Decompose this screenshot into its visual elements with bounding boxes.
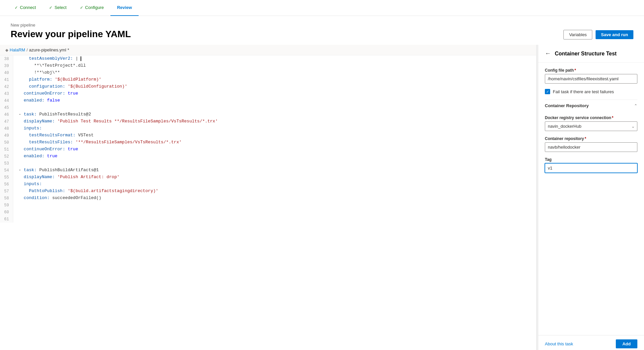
line-content: enabled: false	[13, 97, 536, 104]
tag-label: Tag	[545, 157, 637, 162]
code-line: 58 condition: succeededOrFailed()	[0, 195, 536, 202]
breadcrumb-modified: *	[68, 47, 69, 52]
config-file-path-group: Config file path*	[545, 68, 637, 84]
save-and-run-button[interactable]: Save and run	[596, 30, 633, 39]
back-button[interactable]: ←	[545, 50, 551, 57]
code-line: 57 PathtoPublish: '$(build.artifactstagi…	[0, 188, 536, 195]
container-repository-input[interactable]	[545, 142, 637, 152]
line-content: testAssemblyVer2: |	[13, 55, 536, 62]
line-content: testResultsFiles: '**/ResultsFileSamples…	[13, 139, 536, 146]
code-line: 54- task: PublishBuildArtifacts@1	[0, 167, 536, 174]
line-number: 39	[0, 62, 13, 69]
line-content: inputs:	[13, 125, 536, 132]
line-number: 53	[0, 160, 13, 167]
line-number: 41	[0, 76, 13, 83]
panel-footer: About this task Add	[538, 335, 644, 350]
line-number: 42	[0, 83, 13, 90]
line-content: !**\obj\**	[13, 69, 536, 76]
line-content: condition: succeededOrFailed()	[13, 195, 536, 202]
nav-step-review-label: Review	[117, 5, 132, 10]
breadcrumb-org[interactable]: HalaRM	[10, 47, 25, 52]
right-panel: ← Container Structure Test Config file p…	[538, 45, 644, 350]
check-icon: ✓	[15, 5, 18, 10]
line-content	[13, 160, 536, 167]
code-line: 38 testAssemblyVer2: |	[0, 55, 536, 62]
line-number: 54	[0, 167, 13, 174]
line-number: 43	[0, 90, 13, 97]
container-repository-group: Container repository*	[545, 136, 637, 152]
chevron-down-icon: ⌃	[634, 104, 637, 108]
code-line: 41 platform: '$(BuildPlatform)'	[0, 76, 536, 83]
code-line: 45	[0, 104, 536, 111]
line-number: 57	[0, 188, 13, 195]
line-number: 48	[0, 125, 13, 132]
line-number: 59	[0, 202, 13, 209]
code-line: 42 configuration: '$(BuildConfiguration)…	[0, 83, 536, 90]
docker-registry-select-wrapper: navin_dockerHub ⌄	[545, 121, 637, 131]
line-content: continueOnError: true	[13, 146, 536, 153]
code-editor[interactable]: 38 testAssemblyVer2: | 39 **\*TestProjec…	[0, 55, 536, 350]
line-content	[13, 209, 536, 216]
nav-step-select[interactable]: ✓ Select	[42, 0, 73, 16]
page-header-left: New pipeline Review your pipeline YAML	[11, 23, 131, 39]
variables-button[interactable]: Variables	[563, 30, 592, 39]
nav-step-review[interactable]: Review	[110, 0, 139, 16]
breadcrumb: ◆ HalaRM / azure-pipelines.yml *	[0, 45, 536, 55]
tag-group: Tag	[545, 157, 637, 173]
container-repository-section[interactable]: Container Repository ⌃	[545, 100, 637, 111]
page-header: New pipeline Review your pipeline YAML V…	[0, 16, 644, 45]
code-line: 61	[0, 216, 536, 223]
main-layout: ◆ HalaRM / azure-pipelines.yml * 38 test…	[0, 45, 644, 350]
diamond-icon: ◆	[5, 48, 8, 52]
line-number: 47	[0, 118, 13, 125]
code-line: 46- task: PublishTestResults@2	[0, 111, 536, 118]
line-content: PathtoPublish: '$(build.artifactstagingd…	[13, 188, 536, 195]
line-content	[13, 104, 536, 111]
code-line: 44 enabled: false	[0, 97, 536, 104]
code-line: 39 **\*TestProject*.dll	[0, 62, 536, 69]
line-number: 61	[0, 216, 13, 223]
about-task-link[interactable]: About this task	[545, 341, 573, 346]
line-content: inputs:	[13, 181, 536, 188]
nav-step-configure[interactable]: ✓ Configure	[73, 0, 110, 16]
code-line: 52 enabled: true	[0, 153, 536, 160]
add-button[interactable]: Add	[616, 339, 637, 348]
check-icon-configure: ✓	[80, 5, 83, 10]
panel-header: ← Container Structure Test	[538, 45, 644, 63]
code-line: 55 displayName: 'Publish Artifact: drop'	[0, 174, 536, 181]
container-repository-label: Container repository*	[545, 136, 637, 141]
line-number: 52	[0, 153, 13, 160]
docker-registry-select[interactable]: navin_dockerHub	[545, 121, 637, 131]
code-line: 51 continueOnError: true	[0, 146, 536, 153]
page-title: Review your pipeline YAML	[11, 29, 131, 39]
tag-input[interactable]	[545, 163, 637, 173]
line-number: 46	[0, 111, 13, 118]
line-content	[13, 202, 536, 209]
line-content: enabled: true	[13, 153, 536, 160]
code-line: 43 continueOnError: true	[0, 90, 536, 97]
line-content: **\*TestProject*.dll	[13, 62, 536, 69]
top-navigation: ✓ Connect ✓ Select ✓ Configure Review	[0, 0, 644, 16]
fail-task-checkbox-row: Fail task if there are test failures	[545, 89, 637, 94]
code-line: 47 displayName: 'Publish Test Results **…	[0, 118, 536, 125]
breadcrumb-file: azure-pipelines.yml	[29, 47, 66, 52]
code-line: 40 !**\obj\**	[0, 69, 536, 76]
nav-step-configure-label: Configure	[85, 5, 104, 10]
line-number: 49	[0, 132, 13, 139]
line-content: configuration: '$(BuildConfiguration)'	[13, 83, 536, 90]
fail-task-checkbox[interactable]	[545, 89, 550, 94]
line-number: 38	[0, 55, 13, 62]
config-file-path-input[interactable]	[545, 74, 637, 84]
code-line: 53	[0, 160, 536, 167]
panel-body: Config file path* Fail task if there are…	[538, 63, 644, 335]
line-content: - task: PublishBuildArtifacts@1	[13, 167, 536, 174]
panel-title: Container Structure Test	[555, 51, 616, 57]
nav-step-connect[interactable]: ✓ Connect	[8, 0, 42, 16]
line-content	[13, 216, 536, 223]
line-content: displayName: 'Publish Artifact: drop'	[13, 174, 536, 181]
line-number: 51	[0, 146, 13, 153]
container-repository-section-title: Container Repository	[545, 103, 589, 108]
line-number: 60	[0, 209, 13, 216]
docker-registry-label: Docker registry service connection*	[545, 115, 637, 120]
line-number: 56	[0, 181, 13, 188]
